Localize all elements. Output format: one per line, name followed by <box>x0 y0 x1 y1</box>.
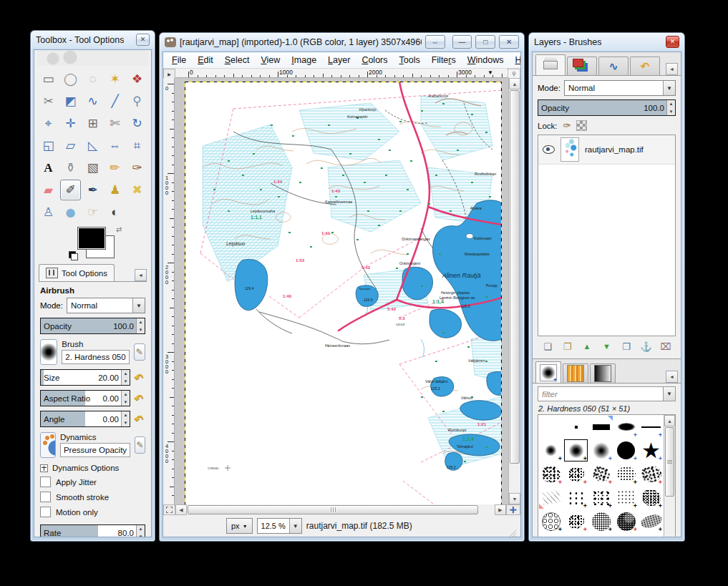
blur-sharpen-tool[interactable]: ⬤ <box>60 202 81 223</box>
airbrush-tool[interactable]: ✐ <box>60 180 81 200</box>
select-by-color-tool[interactable]: ❖ <box>127 69 147 89</box>
new-group-button[interactable]: ❐ <box>560 339 576 353</box>
brush-item[interactable]: + <box>563 509 588 533</box>
fuzzy-select-tool[interactable]: ✶ <box>105 69 125 89</box>
brush-item[interactable]: + <box>613 486 639 509</box>
foreground-color-swatch[interactable] <box>77 227 106 250</box>
brush-item[interactable]: + <box>538 439 563 462</box>
crop-tool[interactable]: ✄ <box>105 113 125 134</box>
spinner-buttons[interactable]: ▲▼ <box>136 318 145 333</box>
quick-mask-toggle[interactable] <box>163 504 175 515</box>
clone-tool[interactable]: ♟ <box>105 180 125 200</box>
toolbox-close-button[interactable]: ✕ <box>136 34 150 46</box>
raise-layer-button[interactable]: ▲ <box>579 339 595 353</box>
brush-scroll-thumb[interactable] <box>665 427 674 497</box>
resize-grip[interactable] <box>508 528 516 537</box>
layer-row[interactable]: rautjarvi_map.tif <box>538 135 675 165</box>
spinner-buttons[interactable]: ▲▼ <box>121 411 130 426</box>
anchor-layer-button[interactable]: ⚓ <box>639 339 654 353</box>
spin-up-icon[interactable]: ▲ <box>137 525 145 533</box>
brush-item[interactable]: + <box>563 439 588 462</box>
swap-colors-icon[interactable]: ⇄ <box>116 225 122 233</box>
reset-size-button[interactable]: ↶ <box>132 371 145 385</box>
heal-tool[interactable]: ✖ <box>127 180 147 200</box>
menu-tools[interactable]: Tools <box>394 53 426 67</box>
smooth-stroke-checkbox[interactable] <box>40 492 51 502</box>
opacity-slider[interactable]: Opacity100.0▲▼ <box>40 318 145 334</box>
brush-item[interactable] <box>538 415 563 439</box>
scissors-select-tool[interactable]: ✂ <box>38 91 59 112</box>
brush-name-field[interactable]: 2. Hardness 050 <box>62 350 129 364</box>
navigation-button[interactable]: ✛ <box>506 504 520 515</box>
new-layer-button[interactable]: ❏ <box>540 339 555 353</box>
align-tool[interactable]: ⊞ <box>82 113 103 134</box>
brush-item[interactable] <box>639 533 664 537</box>
gradient-tool[interactable]: ▧ <box>82 157 103 178</box>
scroll-right-icon[interactable]: ▶ <box>495 504 506 515</box>
cage-transform-tool[interactable]: ⌗ <box>127 135 147 156</box>
toolbox-titlebar[interactable]: Toolbox - Tool Options ✕ <box>31 31 155 49</box>
scale-tool[interactable]: ◱ <box>38 135 59 156</box>
scroll-up-icon[interactable]: ▲ <box>509 78 520 89</box>
spin-down-icon[interactable]: ▼ <box>122 419 130 427</box>
brush-item[interactable]: ★+ <box>639 439 664 462</box>
menu-help[interactable]: Help <box>509 53 521 67</box>
brush-item[interactable]: + <box>639 509 664 533</box>
brush-item[interactable]: + <box>613 439 639 462</box>
pencil-tool[interactable]: ✏ <box>105 157 125 178</box>
brush-item[interactable]: + <box>639 462 664 486</box>
menu-edit[interactable]: Edit <box>192 53 219 67</box>
undo-history-tab[interactable]: ↶ <box>630 57 660 75</box>
layers-menu-button[interactable]: ◄ <box>666 63 678 75</box>
paths-tab[interactable]: ∿ <box>598 57 628 75</box>
close-button[interactable]: ✕ <box>499 35 519 49</box>
eraser-tool[interactable]: ▰ <box>38 180 59 200</box>
foreground-select-tool[interactable]: ◩ <box>60 91 81 112</box>
chevron-down-icon[interactable]: ▼ <box>289 519 301 533</box>
size-slider[interactable]: Size20.00▲▼ <box>40 369 130 386</box>
lock-alpha-icon[interactable] <box>576 120 587 131</box>
spin-down-icon[interactable]: ▼ <box>122 378 130 386</box>
layers-titlebar[interactable]: Layers - Brushes ✕ <box>529 33 684 51</box>
lower-layer-button[interactable]: ▼ <box>599 339 615 353</box>
minimize-button[interactable]: — <box>452 35 472 49</box>
spinner-buttons[interactable]: ▲▼ <box>136 525 145 537</box>
brush-item[interactable]: + <box>563 462 588 486</box>
vertical-scroll-thumb[interactable] <box>510 90 520 464</box>
edit-brush-button[interactable]: ✎ <box>134 343 145 361</box>
horizontal-scroll-thumb[interactable] <box>188 505 478 514</box>
dynamics-name-field[interactable]: Pressure Opacity <box>60 443 130 457</box>
brush-item[interactable] <box>588 415 613 439</box>
brush-item[interactable]: + <box>613 533 639 537</box>
menu-filters[interactable]: Filters <box>426 53 462 67</box>
dodge-burn-tool[interactable]: ◐ <box>105 202 125 223</box>
rate-slider[interactable]: Rate80.0▲▼ <box>40 524 145 537</box>
reset-angle-button[interactable]: ↶ <box>132 412 145 426</box>
brush-item[interactable] <box>538 486 563 509</box>
layer-thumbnail[interactable] <box>560 137 579 162</box>
dynamics-options-expander[interactable]: Dynamics Options <box>40 464 145 472</box>
spin-up-icon[interactable]: ▲ <box>137 318 145 326</box>
spin-down-icon[interactable]: ▼ <box>122 399 130 406</box>
menu-windows[interactable]: Windows <box>462 53 510 67</box>
image-paper[interactable]: ArabiankorpiVilpankorpiKulmapaykkiRustho… <box>185 82 502 504</box>
layer-opacity-slider[interactable]: Opacity100.0▲▼ <box>538 99 676 116</box>
duplicate-layer-button[interactable]: ❒ <box>618 339 634 353</box>
brush-item[interactable]: + <box>639 415 664 439</box>
perspective-clone-tool[interactable]: ♙ <box>38 202 59 223</box>
brush-item[interactable]: + <box>538 533 563 537</box>
brush-thumbnail[interactable] <box>40 339 57 365</box>
spinner-buttons[interactable]: ▲▼ <box>121 391 130 406</box>
default-colors-icon[interactable] <box>69 251 78 260</box>
patterns-tab[interactable] <box>563 363 588 383</box>
free-select-tool[interactable]: ◌ <box>82 69 103 89</box>
menu-layer[interactable]: Layer <box>322 53 356 67</box>
brush-item[interactable]: + <box>563 486 588 509</box>
brush-item[interactable] <box>588 533 613 537</box>
text-tool[interactable]: A <box>38 157 59 178</box>
paint-mode-dropdown[interactable]: Normal ▼ <box>67 298 145 313</box>
tool-options-menu-button[interactable]: ◄ <box>135 269 147 281</box>
vertical-ruler[interactable]: 01000200030004000 <box>163 78 175 504</box>
layers-tab[interactable] <box>535 54 566 75</box>
measure-tool[interactable]: ⌖ <box>38 113 59 134</box>
